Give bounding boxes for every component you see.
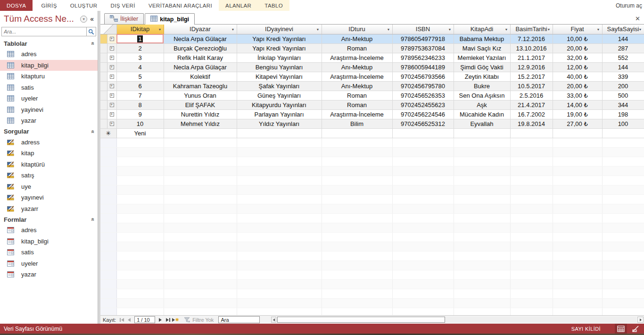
plus-expand-icon[interactable]: +: [110, 56, 114, 60]
column-header-idyayinevi[interactable]: IDyayinevi▼: [237, 25, 322, 34]
nav-group-sorgular[interactable]: Sorgular«: [0, 126, 98, 137]
data-cell[interactable]: 19.8.2014: [510, 119, 553, 128]
data-cell[interactable]: 21.4.2017: [510, 100, 553, 109]
data-cell[interactable]: 9702456525312: [392, 119, 454, 128]
nav-item-satış[interactable]: satış: [0, 170, 98, 181]
nav-item-uye[interactable]: uye: [0, 181, 98, 193]
select-all-cell[interactable]: [100, 25, 116, 34]
previous-record-button[interactable]: [125, 317, 133, 323]
chevron-down-icon[interactable]: ▼: [387, 28, 390, 31]
column-header-idyazar[interactable]: IDyazar▼: [164, 25, 237, 34]
data-cell[interactable]: 32,00 ₺: [553, 53, 602, 62]
data-cell[interactable]: 344: [602, 100, 644, 109]
plus-expand-icon[interactable]: +: [110, 112, 114, 117]
data-cell[interactable]: 2: [116, 43, 164, 53]
data-cell[interactable]: Güneş Yayınları: [237, 91, 322, 100]
data-cell[interactable]: Araştırma-İnceleme: [322, 72, 392, 81]
nav-item-yazar[interactable]: yazar: [0, 269, 98, 280]
row-selector[interactable]: [100, 62, 107, 72]
record-search-box[interactable]: Ara: [218, 316, 260, 323]
data-cell[interactable]: 144: [602, 34, 644, 43]
data-cell[interactable]: 10: [116, 119, 164, 128]
document-tab-kitap_bilgi[interactable]: kitap_bilgi: [145, 13, 195, 25]
column-header-idturu[interactable]: IDturu▼: [322, 25, 392, 34]
nav-group-formlar[interactable]: Formlar«: [0, 214, 98, 225]
nav-item-satis[interactable]: satis: [0, 247, 98, 258]
data-cell[interactable]: Kahraman Tazeoglu: [164, 81, 237, 91]
data-cell[interactable]: [237, 128, 322, 138]
data-cell[interactable]: Anı-Mektup: [322, 81, 392, 91]
data-cell[interactable]: 200: [602, 81, 644, 91]
scrollbar-thumb[interactable]: [277, 317, 445, 323]
record-position-box[interactable]: 1 / 10: [134, 316, 155, 323]
nav-item-yayinevi[interactable]: yayinevi: [0, 104, 98, 116]
data-cell[interactable]: 144: [602, 62, 644, 72]
nav-item-uyeler[interactable]: uyeler: [0, 258, 98, 269]
row-selector[interactable]: [100, 72, 107, 81]
nav-item-adres[interactable]: adres: [0, 225, 98, 236]
data-cell[interactable]: Kitapyurdu Yayınları: [237, 100, 322, 109]
row-selector[interactable]: [100, 100, 107, 109]
data-cell[interactable]: 10,00 ₺: [553, 34, 602, 43]
data-cell[interactable]: 21.1.2017: [510, 53, 553, 62]
next-record-button[interactable]: [157, 317, 164, 323]
row-selector[interactable]: [100, 81, 107, 91]
data-cell[interactable]: Mücahide Kadın: [454, 109, 510, 119]
column-header-fiyat[interactable]: Fiyat▼: [553, 25, 602, 34]
column-header-idkitap[interactable]: IDkitap▼: [116, 25, 164, 34]
column-header-kitapadi[interactable]: KitapAdi▼: [454, 25, 510, 34]
data-cell[interactable]: Roman: [322, 100, 392, 109]
ribbon-tab-dosya[interactable]: DOSYA: [0, 0, 33, 11]
chevron-down-icon[interactable]: ▼: [448, 28, 452, 31]
ribbon-tab-veri-tabani-ara-lari[interactable]: VERİTABANI ARAÇLARI: [142, 0, 219, 11]
ribbon-tab-di-veri-[interactable]: DIŞ VERİ: [104, 0, 142, 11]
first-record-button[interactable]: [118, 317, 125, 323]
close-icon[interactable]: ✕: [635, 16, 640, 22]
plus-expand-icon[interactable]: +: [110, 103, 114, 107]
data-cell[interactable]: Babama Mektup: [454, 34, 510, 43]
data-cell[interactable]: [392, 128, 454, 138]
design-view-icon[interactable]: [630, 324, 642, 334]
data-cell[interactable]: Mavi Saçlı Kız: [454, 43, 510, 53]
data-cell[interactable]: 19,00 ₺: [553, 109, 602, 119]
data-cell[interactable]: 12.9.2016: [510, 62, 553, 72]
data-cell[interactable]: 8: [116, 100, 164, 109]
ribbon-tab-tablo[interactable]: TABLO: [258, 0, 289, 11]
data-cell[interactable]: 500: [602, 91, 644, 100]
chevron-down-icon[interactable]: ▼: [231, 28, 235, 31]
data-cell[interactable]: Araştırma-İnceleme: [322, 53, 392, 62]
chevron-down-icon[interactable]: ▼: [597, 28, 600, 31]
data-cell[interactable]: 20,00 ₺: [553, 43, 602, 53]
data-cell[interactable]: Bengisu Yayınları: [237, 62, 322, 72]
data-cell[interactable]: Bilim: [322, 119, 392, 128]
document-tab-i-li-kiler[interactable]: İlişkiler: [104, 13, 144, 24]
data-cell[interactable]: 16.7.2002: [510, 109, 553, 119]
data-cell[interactable]: 15.2.2017: [510, 72, 553, 81]
filter-indicator[interactable]: Filtre Yok: [184, 317, 214, 323]
data-cell[interactable]: Aşk: [454, 100, 510, 109]
data-cell[interactable]: [553, 128, 602, 138]
search-icon[interactable]: [86, 27, 96, 36]
data-cell[interactable]: Eyvallah: [454, 119, 510, 128]
nav-item-yazar[interactable]: yazar: [0, 115, 98, 126]
data-cell[interactable]: Elif ŞAFAK: [164, 100, 237, 109]
chevron-up-icon[interactable]: «: [90, 218, 97, 221]
data-cell[interactable]: 7: [116, 91, 164, 100]
plus-expand-icon[interactable]: +: [110, 122, 114, 126]
row-selector[interactable]: [100, 119, 107, 128]
nav-item-satis[interactable]: satis: [0, 82, 98, 93]
plus-expand-icon[interactable]: +: [110, 84, 114, 88]
plus-expand-icon[interactable]: +: [110, 75, 114, 79]
data-cell[interactable]: 10.5.2017: [510, 81, 553, 91]
nav-pane-title[interactable]: Tüm Access Ne...: [4, 14, 80, 24]
new-record-button[interactable]: [172, 317, 179, 323]
nav-item-uyeler[interactable]: uyeler: [0, 93, 98, 104]
data-cell[interactable]: 40,00 ₺: [553, 72, 602, 81]
data-cell[interactable]: Şafak Yayınları: [237, 81, 322, 91]
chevron-down-icon[interactable]: ▼: [547, 28, 551, 31]
data-cell[interactable]: 100: [602, 119, 644, 128]
data-cell[interactable]: 9702452455623: [392, 100, 454, 109]
row-selector[interactable]: [100, 109, 107, 119]
data-cell[interactable]: Yapı Kredi Yayınları: [237, 34, 322, 43]
nav-item-yayınevi[interactable]: yayınevi: [0, 192, 98, 203]
